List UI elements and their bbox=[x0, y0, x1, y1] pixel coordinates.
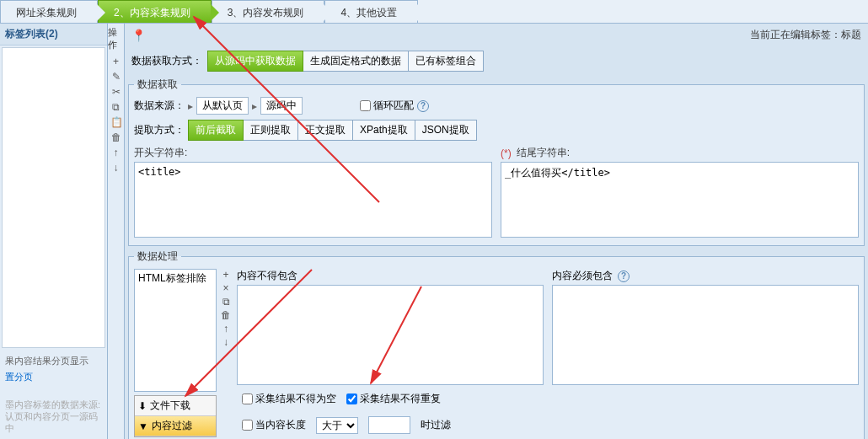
add-icon[interactable]: + bbox=[110, 56, 122, 67]
ext-prefix-suffix[interactable]: 前后截取 bbox=[188, 120, 244, 141]
pin-icon: 📍 bbox=[131, 29, 146, 42]
source-label: 数据来源： bbox=[134, 99, 185, 113]
op-label: 操作 bbox=[108, 24, 124, 54]
ext-body[interactable]: 正文提取 bbox=[298, 120, 353, 141]
chevron-right-icon: ▸ bbox=[188, 100, 193, 112]
chk-length-filter[interactable]: 当内容长度 bbox=[242, 418, 306, 432]
proc-copy-icon[interactable]: ⧉ bbox=[222, 296, 230, 308]
edit-icon[interactable]: ✎ bbox=[110, 71, 122, 83]
length-suffix: 时过滤 bbox=[421, 418, 451, 432]
proc-remove-icon[interactable]: × bbox=[222, 282, 228, 294]
process-legend: 数据处理 bbox=[134, 249, 181, 264]
required-star: (*) bbox=[501, 147, 512, 159]
data-process-fieldset: 数据处理 HTML标签排除 + × ⧉ 🗑 ↑ ↓ bbox=[128, 249, 865, 439]
download-icon: ⬇ bbox=[138, 400, 147, 412]
end-string-input[interactable]: _什么值得买</title> bbox=[501, 162, 859, 238]
filter-icon: ▼ bbox=[138, 420, 148, 432]
acquire-legend: 数据获取 bbox=[134, 78, 181, 92]
step-tabs: 网址采集规则 2、内容采集规则 3、内容发布规则 4、其他设置 bbox=[0, 0, 868, 24]
tab-publish-rules[interactable]: 3、内容发布规则 bbox=[212, 0, 325, 23]
data-acquire-fieldset: 数据获取 数据来源： ▸ 从默认页 ▸ 源码中 循环匹配 ? 提取方式： 前后截… bbox=[128, 78, 865, 246]
end-string-label: 结尾字符串: bbox=[517, 146, 570, 160]
list-item[interactable]: HTML标签排除 bbox=[135, 270, 216, 287]
extract-method-label: 数据获取方式： bbox=[131, 54, 202, 68]
extract-method-group: 从源码中获取数据 生成固定格式的数据 已有标签组合 bbox=[207, 51, 484, 72]
tab-content-rules[interactable]: 2、内容采集规则 bbox=[98, 0, 212, 23]
method-fixed-format[interactable]: 生成固定格式的数据 bbox=[303, 51, 409, 72]
paste-icon[interactable]: 📋 bbox=[110, 116, 122, 128]
proc-up-icon[interactable]: ↑ bbox=[223, 323, 228, 335]
chk-no-repeat[interactable]: 采集结果不得重复 bbox=[346, 392, 441, 406]
length-value-input[interactable] bbox=[368, 416, 410, 434]
chevron-right-icon: ▸ bbox=[252, 100, 257, 112]
ext-json[interactable]: JSON提取 bbox=[415, 120, 477, 141]
tab-url-rules[interactable]: 网址采集规则 bbox=[0, 0, 98, 23]
editing-status: 当前正在编辑标签：标题 bbox=[750, 28, 861, 42]
extract-type-group: 前后截取 正则提取 正文提取 XPath提取 JSON提取 bbox=[188, 120, 477, 141]
copy-icon[interactable]: ⧉ bbox=[110, 101, 122, 113]
delete-icon[interactable]: 🗑 bbox=[110, 131, 122, 143]
tag-list-header: 标签列表(2) bbox=[0, 24, 107, 46]
chk-not-empty[interactable]: 采集结果不得为空 bbox=[242, 392, 336, 406]
help-icon[interactable]: ? bbox=[618, 270, 630, 282]
tag-list-body[interactable] bbox=[2, 47, 105, 348]
proc-down-icon[interactable]: ↓ bbox=[223, 336, 228, 348]
ext-regex[interactable]: 正则提取 bbox=[244, 120, 298, 141]
must-contain-label: 内容必须包含 bbox=[552, 269, 613, 283]
source-code[interactable]: 源码中 bbox=[260, 97, 303, 115]
tag-source-hint: 墨内容标签的数据来源: 认页和内容分页一源码中 bbox=[5, 399, 102, 434]
start-string-input[interactable]: <title> bbox=[134, 162, 492, 238]
tab-other-settings[interactable]: 4、其他设置 bbox=[324, 0, 418, 23]
proc-delete-icon[interactable]: 🗑 bbox=[221, 309, 231, 321]
move-down-icon[interactable]: ↓ bbox=[110, 162, 122, 174]
proc-add-icon[interactable]: + bbox=[222, 269, 228, 281]
extract-type-label: 提取方式： bbox=[134, 123, 185, 137]
move-up-icon[interactable]: ↑ bbox=[110, 147, 122, 158]
loop-match-checkbox[interactable]: 循环匹配 bbox=[360, 99, 414, 113]
tag-op-column: 操作 + ✎ ✂ ⧉ 📋 🗑 ↑ ↓ bbox=[108, 24, 125, 439]
source-default-page[interactable]: 从默认页 bbox=[196, 97, 249, 115]
cut-icon[interactable]: ✂ bbox=[110, 86, 122, 98]
method-tag-combo[interactable]: 已有标签组合 bbox=[409, 51, 484, 72]
process-step-list[interactable]: HTML标签排除 bbox=[134, 269, 217, 392]
method-from-source[interactable]: 从源码中获取数据 bbox=[207, 51, 303, 72]
not-contain-input[interactable] bbox=[237, 285, 544, 385]
tag-list-panel: 标签列表(2) 果内容结果分页显示 置分页 墨内容标签的数据来源: 认页和内容分… bbox=[0, 24, 108, 439]
length-op-select[interactable]: 大于 bbox=[316, 417, 358, 434]
tab-file-download[interactable]: ⬇ 文件下载 bbox=[135, 396, 216, 416]
not-contain-label: 内容不得包含 bbox=[237, 269, 297, 283]
set-paging-link[interactable]: 置分页 bbox=[5, 371, 102, 383]
start-string-label: 开头字符串: bbox=[134, 146, 492, 160]
paging-title: 果内容结果分页显示 bbox=[5, 355, 102, 367]
help-icon[interactable]: ? bbox=[417, 100, 429, 112]
process-bottom-tabs: ⬇ 文件下载 ▼ 内容过滤 bbox=[134, 395, 217, 437]
ext-xpath[interactable]: XPath提取 bbox=[353, 120, 415, 141]
tab-content-filter[interactable]: ▼ 内容过滤 bbox=[135, 416, 216, 436]
must-contain-input[interactable] bbox=[552, 285, 859, 385]
